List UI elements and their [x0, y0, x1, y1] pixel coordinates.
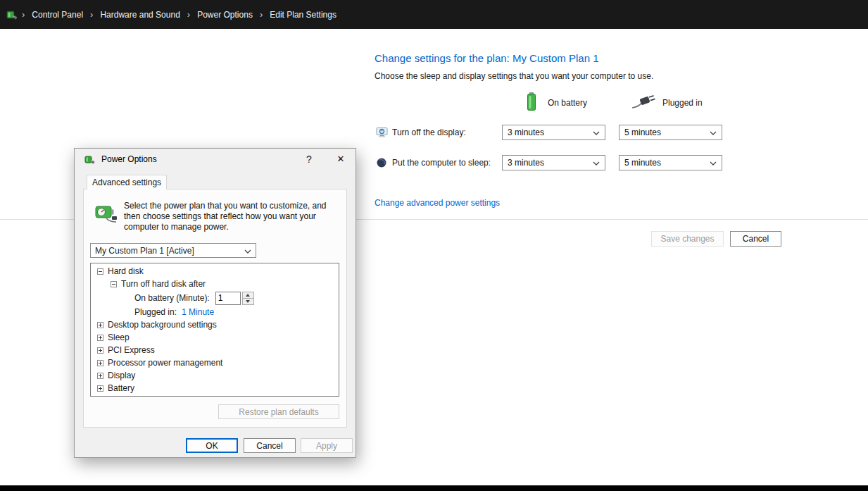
tree-item-sleep[interactable]: Sleep	[91, 331, 339, 344]
tree-item-battery[interactable]: Battery	[91, 382, 339, 394]
tree-item-label: Desktop background settings	[108, 320, 217, 330]
minutes-spinner	[215, 292, 254, 305]
tree-item-desktop-background-settings[interactable]: Desktop background settings	[91, 318, 339, 331]
chevron-down-icon	[593, 158, 600, 168]
expand-icon[interactable]	[97, 347, 103, 354]
dialog-cancel-button[interactable]: Cancel	[244, 438, 296, 453]
sleep-plugged-in-dropdown[interactable]: 5 minutes	[619, 155, 722, 170]
display-on-battery-dropdown[interactable]: 3 minutes	[502, 125, 605, 140]
power-plan-icon	[93, 200, 118, 225]
power-options-dialog: Power Options ? ✕ Advanced settings Sele…	[74, 148, 356, 458]
page-subtitle: Choose the sleep and display settings th…	[375, 71, 653, 81]
breadcrumb-separator: ›	[90, 9, 93, 20]
tree-item-hard-disk[interactable]: Hard disk	[91, 265, 339, 278]
expand-icon[interactable]	[97, 373, 103, 379]
tree-item-label: Hard disk	[108, 266, 144, 276]
dialog-close-button[interactable]: ✕	[332, 152, 349, 166]
tree-item-label: Sleep	[108, 332, 130, 342]
chevron-down-icon	[710, 128, 717, 137]
expand-icon[interactable]	[97, 335, 103, 341]
dialog-title: Power Options	[101, 154, 157, 164]
power-options-icon	[84, 154, 95, 165]
spinner-buttons	[242, 292, 254, 305]
dropdown-value: 3 minutes	[508, 158, 544, 168]
turn-off-display-label: Turn off the display:	[392, 128, 466, 137]
dropdown-value: 5 minutes	[624, 128, 661, 137]
tree-item-on-battery-minute[interactable]: On battery (Minute):	[91, 290, 339, 306]
dialog-ok-button[interactable]: OK	[186, 438, 238, 453]
chevron-down-icon	[710, 158, 717, 168]
dialog-description: Select the power plan that you want to c…	[124, 201, 335, 232]
on-battery-label: On battery	[548, 98, 587, 108]
breadcrumb-item-hardware-and-sound[interactable]: Hardware and Sound	[100, 10, 180, 20]
collapse-icon[interactable]	[111, 281, 117, 287]
change-advanced-power-settings-link[interactable]: Change advanced power settings	[375, 198, 500, 208]
breadcrumb-separator: ›	[187, 9, 190, 20]
power-plan-dropdown[interactable]: My Custom Plan 1 [Active]	[90, 243, 256, 258]
power-options-icon	[6, 8, 18, 20]
tree-item-label: On battery (Minute):	[134, 293, 210, 303]
save-changes-button[interactable]: Save changes	[651, 231, 724, 247]
plugged-in-value-link[interactable]: 1 Minute	[182, 307, 214, 317]
expand-icon[interactable]	[97, 322, 103, 328]
spinner-down-button[interactable]	[243, 299, 253, 304]
arrow-down-icon	[246, 300, 250, 303]
tree-item-processor-power-management[interactable]: Processor power management	[91, 356, 339, 369]
tree-item-label: PCI Express	[108, 345, 155, 355]
tree-item-label: Display	[108, 371, 135, 380]
display-icon	[376, 127, 388, 138]
tree-item-label: Battery	[108, 383, 134, 393]
sleep-moon-icon	[376, 157, 388, 168]
column-header-plugged-in: Plugged in	[631, 94, 703, 111]
page-cancel-button[interactable]: Cancel	[730, 231, 781, 247]
breadcrumb-separator: ›	[22, 9, 25, 20]
breadcrumb-bar: › Control Panel › Hardware and Sound › P…	[0, 0, 868, 29]
advanced-settings-tabpage: Select the power plan that you want to c…	[83, 189, 347, 428]
tab-advanced-settings[interactable]: Advanced settings	[87, 175, 167, 189]
spinner-up-button[interactable]	[243, 292, 253, 299]
sleep-label: Put the computer to sleep:	[392, 158, 491, 168]
restore-plan-defaults-button[interactable]: Restore plan defaults	[218, 404, 339, 419]
tree-item-turn-off-hard-disk-after[interactable]: Turn off hard disk after	[91, 278, 339, 290]
tree-item-label: Turn off hard disk after	[121, 279, 206, 289]
page-title: Change settings for the plan: My Custom …	[375, 52, 599, 64]
dropdown-value: 5 minutes	[624, 158, 661, 168]
collapse-icon[interactable]	[97, 268, 103, 275]
tree-item-pci-express[interactable]: PCI Express	[91, 344, 339, 356]
breadcrumb-item-power-options[interactable]: Power Options	[197, 10, 253, 20]
arrow-up-icon	[246, 294, 250, 297]
chevron-down-icon	[593, 128, 600, 137]
breadcrumb-item-edit-plan-settings[interactable]: Edit Plan Settings	[270, 10, 336, 20]
expand-icon[interactable]	[97, 385, 103, 392]
dropdown-value: 3 minutes	[508, 128, 544, 137]
column-header-on-battery: On battery	[526, 92, 587, 113]
advanced-settings-tree: Hard disk Turn off hard disk after On ba…	[90, 263, 339, 397]
minutes-input[interactable]	[215, 292, 241, 305]
tree-item-label: Plugged in:	[134, 307, 177, 317]
chevron-down-icon	[244, 246, 251, 256]
dropdown-value: My Custom Plan 1 [Active]	[95, 246, 194, 256]
tree-item-plugged-in[interactable]: Plugged in: 1 Minute	[91, 306, 339, 318]
taskbar-strip	[0, 485, 868, 491]
battery-icon	[526, 92, 537, 113]
plug-icon	[631, 94, 655, 111]
breadcrumb-item-control-panel[interactable]: Control Panel	[32, 10, 83, 20]
tree-item-label: Processor power management	[108, 358, 222, 368]
sleep-on-battery-dropdown[interactable]: 3 minutes	[502, 155, 605, 170]
display-plugged-in-dropdown[interactable]: 5 minutes	[619, 125, 722, 140]
plugged-in-label: Plugged in	[662, 98, 703, 108]
tree-item-display[interactable]: Display	[91, 369, 339, 382]
dialog-apply-button[interactable]: Apply	[301, 438, 353, 453]
expand-icon[interactable]	[97, 360, 103, 366]
breadcrumb-separator: ›	[260, 9, 263, 20]
dialog-help-button[interactable]: ?	[301, 152, 317, 166]
